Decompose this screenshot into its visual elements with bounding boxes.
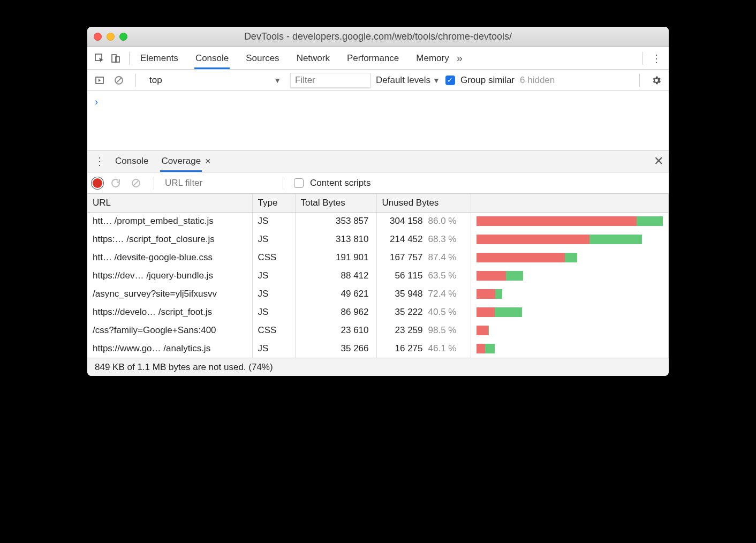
col-type[interactable]: Type — [252, 194, 295, 212]
minimize-window-button[interactable] — [107, 33, 115, 41]
cell-type: CSS — [252, 248, 295, 267]
cell-unused: 167 75787.4 % — [376, 248, 471, 267]
coverage-statusbar: 849 KB of 1.1 MB bytes are not used. (74… — [87, 358, 669, 376]
divider — [639, 74, 640, 87]
clear-console-icon[interactable] — [112, 73, 126, 87]
context-selector[interactable]: top ▼ — [146, 73, 285, 88]
cell-visualization — [471, 267, 669, 285]
window-controls — [94, 33, 127, 41]
table-row[interactable]: https://develo… /script_foot.jsJS86 9623… — [87, 303, 669, 321]
main-tabs-row: ElementsConsoleSourcesNetworkPerformance… — [87, 47, 669, 70]
table-row[interactable]: /async_survey?site=ylj5ifxusvvJS49 62135… — [87, 285, 669, 303]
cell-unused: 35 22240.5 % — [376, 303, 471, 321]
cell-total: 49 621 — [295, 285, 376, 303]
cell-type: JS — [252, 267, 295, 285]
clear-icon[interactable] — [129, 176, 143, 190]
cell-type: JS — [252, 303, 295, 321]
cell-type: JS — [252, 212, 295, 230]
col-unused[interactable]: Unused Bytes — [376, 194, 471, 212]
close-drawer-button[interactable]: ✕ — [654, 154, 663, 168]
col-visualization — [471, 194, 669, 212]
cell-visualization — [471, 285, 669, 303]
cell-visualization — [471, 321, 669, 340]
device-toolbar-icon[interactable] — [109, 51, 123, 65]
table-row[interactable]: htt… /devsite-google-blue.cssCSS191 9011… — [87, 248, 669, 267]
cell-type: JS — [252, 230, 295, 248]
tab-memory[interactable]: Memory — [415, 48, 450, 69]
reload-icon[interactable] — [109, 176, 123, 190]
cell-total: 86 962 — [295, 303, 376, 321]
cell-unused: 23 25998.5 % — [376, 321, 471, 340]
content-scripts-label: Content scripts — [310, 178, 371, 188]
cell-url: /css?family=Google+Sans:400 — [87, 321, 252, 340]
execution-context-icon[interactable] — [93, 73, 107, 87]
table-row[interactable]: https://dev… /jquery-bundle.jsJS88 41256… — [87, 267, 669, 285]
cell-visualization — [471, 230, 669, 248]
drawer-tab-console[interactable]: Console — [114, 150, 149, 172]
zoom-window-button[interactable] — [119, 33, 127, 41]
tab-network[interactable]: Network — [296, 48, 331, 69]
console-filter-input[interactable] — [290, 73, 371, 88]
table-row[interactable]: https://www.go… /analytics.jsJS35 26616 … — [87, 340, 669, 358]
cell-unused: 35 94872.4 % — [376, 285, 471, 303]
chevron-down-icon: ▼ — [433, 76, 440, 85]
tab-elements[interactable]: Elements — [139, 48, 179, 69]
console-toolbar: top ▼ Default levels ▼ ✓ Group similar 6… — [87, 70, 669, 91]
cell-url: https://www.go… /analytics.js — [87, 340, 252, 358]
svg-line-7 — [133, 180, 139, 186]
cell-url: https:… /script_foot_closure.js — [87, 230, 252, 248]
cell-unused: 304 15886.0 % — [376, 212, 471, 230]
cell-unused: 56 11563.5 % — [376, 267, 471, 285]
console-settings-icon[interactable] — [649, 73, 663, 87]
cell-total: 88 412 — [295, 267, 376, 285]
cell-visualization — [471, 303, 669, 321]
cell-visualization — [471, 340, 669, 358]
log-levels-selector[interactable]: Default levels ▼ — [376, 75, 440, 86]
table-row[interactable]: https:… /script_foot_closure.jsJS313 810… — [87, 230, 669, 248]
record-button[interactable] — [93, 178, 102, 188]
svg-line-5 — [116, 78, 122, 83]
cell-visualization — [471, 248, 669, 267]
cell-type: JS — [252, 285, 295, 303]
cell-url: https://develo… /script_foot.js — [87, 303, 252, 321]
tab-console[interactable]: Console — [194, 48, 230, 69]
drawer-kebab-icon[interactable]: ⋮ — [93, 154, 107, 168]
content-scripts-checkbox[interactable] — [294, 178, 304, 188]
tab-performance[interactable]: Performance — [346, 48, 400, 69]
divider — [154, 177, 154, 190]
cell-type: JS — [252, 340, 295, 358]
col-url[interactable]: URL — [87, 194, 252, 212]
col-total[interactable]: Total Bytes — [295, 194, 376, 212]
close-window-button[interactable] — [94, 33, 102, 41]
cell-total: 353 857 — [295, 212, 376, 230]
hidden-count[interactable]: 6 hidden — [520, 75, 555, 86]
drawer-tab-coverage[interactable]: Coverage — [160, 150, 202, 172]
coverage-toolbar: Content scripts — [87, 172, 669, 194]
more-tabs-button[interactable]: » — [457, 52, 463, 64]
cell-total: 191 901 — [295, 248, 376, 267]
close-tab-icon[interactable]: × — [205, 156, 211, 167]
tab-sources[interactable]: Sources — [245, 48, 280, 69]
inspect-element-icon[interactable] — [93, 51, 107, 65]
divider — [129, 52, 130, 65]
table-row[interactable]: htt… /prompt_embed_static.jsJS353 857304… — [87, 212, 669, 230]
url-filter-input[interactable] — [165, 176, 272, 191]
settings-kebab-icon[interactable]: ⋮ — [649, 51, 663, 65]
levels-label: Default levels — [376, 75, 430, 86]
chevron-down-icon: ▼ — [274, 76, 281, 85]
table-header-row: URL Type Total Bytes Unused Bytes — [87, 194, 669, 212]
divider — [642, 52, 643, 65]
console-body[interactable]: › — [87, 91, 669, 150]
cell-url: htt… /prompt_embed_static.js — [87, 212, 252, 230]
window-title: DevTools - developers.google.com/web/too… — [94, 31, 662, 42]
group-similar-label: Group similar — [460, 75, 515, 86]
devtools-window: DevTools - developers.google.com/web/too… — [87, 27, 669, 376]
console-prompt: › — [95, 96, 98, 107]
cell-total: 313 810 — [295, 230, 376, 248]
table-row[interactable]: /css?family=Google+Sans:400CSS23 61023 2… — [87, 321, 669, 340]
cell-type: CSS — [252, 321, 295, 340]
cell-unused: 214 45268.3 % — [376, 230, 471, 248]
cell-url: https://dev… /jquery-bundle.js — [87, 267, 252, 285]
cell-url: htt… /devsite-google-blue.css — [87, 248, 252, 267]
group-similar-checkbox[interactable]: ✓ — [445, 76, 455, 85]
